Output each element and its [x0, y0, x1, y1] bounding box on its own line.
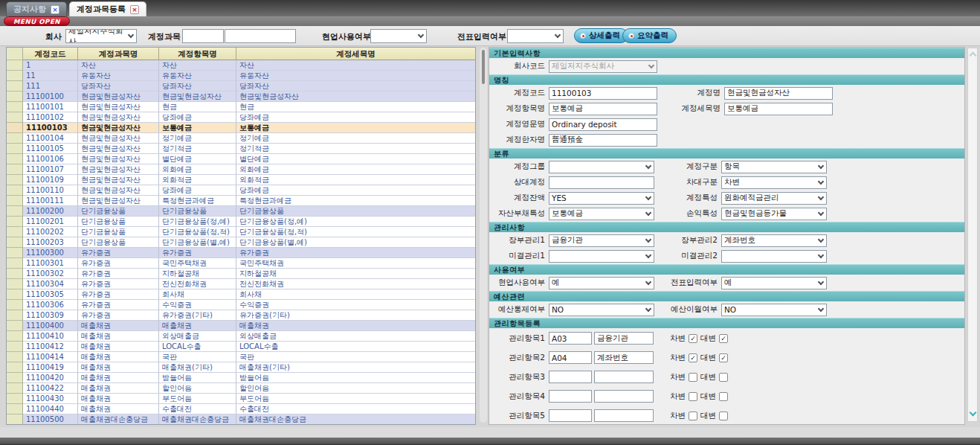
mgmt-item1-name-input[interactable]: 금융기관: [594, 332, 654, 345]
account-code-input[interactable]: [182, 29, 224, 43]
tab-account-registration[interactable]: 계정과목등록 ×: [69, 1, 146, 16]
table-row[interactable]: 11100102현금및현금성자산당좌예금당좌예금: [7, 112, 475, 123]
mgmt-item1-credit-checkbox[interactable]: ✓: [719, 334, 728, 343]
asset-liability-attribute-select[interactable]: 보통예금: [549, 208, 654, 220]
row-selector-cell[interactable]: [7, 289, 23, 300]
row-selector-cell[interactable]: [7, 362, 23, 373]
table-row[interactable]: 11100300유가증권유가증권유가증권: [7, 248, 475, 258]
table-row[interactable]: 11100100현금및현금성자산현금및현금성자산현금및현금성자산: [7, 92, 475, 102]
table-row[interactable]: 11100440매출채권수출대전수출대전: [7, 404, 475, 414]
field-use-filter-select[interactable]: [370, 29, 427, 43]
row-selector-cell[interactable]: [7, 133, 23, 144]
row-selector-cell[interactable]: [7, 342, 23, 352]
table-row[interactable]: 11100202단기금융상품단기금융상품(정,적)단기금융상품(정,적): [7, 227, 475, 237]
tab-close-icon[interactable]: ×: [130, 5, 139, 14]
row-selector-cell[interactable]: [7, 300, 23, 310]
pending-mgmt1-select[interactable]: [549, 250, 654, 263]
row-selector-cell[interactable]: [7, 373, 23, 383]
table-row[interactable]: 11100400매출채권매출채권매출채권: [7, 321, 475, 331]
summary-print-button[interactable]: 요약출력: [622, 28, 677, 43]
mgmt-item5-debit-checkbox[interactable]: [689, 412, 697, 420]
mgmt-item4-code-input[interactable]: [549, 390, 592, 403]
table-row[interactable]: 11유동자산유동자산유동자산: [7, 71, 475, 81]
row-selector-cell[interactable]: [7, 269, 23, 279]
counter-account-input[interactable]: [549, 176, 654, 189]
table-row[interactable]: 11100301유가증권국민주택채권국민주택채권: [7, 258, 475, 269]
table-row[interactable]: 11100304유가증권전신전화채권전신전화채권: [7, 279, 475, 289]
table-row[interactable]: 11100422매출채권할인어음할인어음: [7, 383, 475, 394]
row-selector-cell[interactable]: [7, 144, 23, 154]
table-row[interactable]: 11100103현금및현금성자산보통예금보통예금: [7, 123, 475, 133]
row-selector-cell[interactable]: [7, 394, 23, 404]
row-selector-cell[interactable]: [7, 164, 23, 175]
table-row[interactable]: 11100412매출채권LOCAL수출LOCAL수출: [7, 342, 475, 352]
mgmt-item3-credit-checkbox[interactable]: [719, 373, 728, 382]
account-code-input[interactable]: 11100103: [549, 87, 657, 100]
slip-input-yn-select[interactable]: 예: [721, 277, 827, 289]
account-attribute-select[interactable]: 원화예적금관리: [721, 192, 827, 205]
mgmt-item1-debit-checkbox[interactable]: ✓: [689, 334, 697, 343]
row-selector-cell[interactable]: [7, 102, 23, 112]
account-name-input[interactable]: 현금및현금성자산: [724, 87, 833, 100]
account-english-name-input[interactable]: Ordinary deposit: [549, 118, 657, 131]
row-selector-cell[interactable]: [7, 383, 23, 394]
table-row[interactable]: 11100420매출채권받을어음받을어음: [7, 373, 475, 383]
mgmt-item4-credit-checkbox[interactable]: [719, 392, 728, 401]
table-row[interactable]: 11100203단기금융상품단기금융상품(별,예)단기금융상품(별,예): [7, 237, 475, 248]
row-selector-cell[interactable]: [7, 154, 23, 164]
mgmt-item2-debit-checkbox[interactable]: ✓: [689, 353, 697, 362]
chevron-up-icon[interactable]: [970, 52, 977, 60]
row-selector-cell[interactable]: [7, 331, 23, 342]
table-row[interactable]: 11100106현금및현금성자산별단예금별단예금: [7, 154, 475, 164]
panel-scrollbar[interactable]: [967, 48, 978, 422]
table-row[interactable]: 11100107현금및현금성자산외화예금외화예금: [7, 164, 475, 175]
grid-scrollbar-thumb[interactable]: [482, 50, 485, 84]
row-selector-cell[interactable]: [7, 112, 23, 123]
mgmt-item3-code-input[interactable]: [549, 371, 592, 383]
table-row[interactable]: 11100110현금및현금성자산당좌예금당좌예금: [7, 185, 475, 196]
row-selector-cell[interactable]: [7, 123, 23, 133]
row-selector-cell[interactable]: [7, 217, 23, 227]
mgmt-item5-credit-checkbox[interactable]: [719, 412, 728, 420]
mgmt-item2-credit-checkbox[interactable]: ✓: [719, 353, 728, 362]
row-selector-cell[interactable]: [7, 237, 23, 248]
mgmt-item1-code-input[interactable]: A03: [549, 332, 592, 345]
account-detail-name-input[interactable]: 보통예금: [724, 103, 833, 115]
field-use-yn-select[interactable]: 예: [549, 277, 654, 289]
company-select[interactable]: 제일저지주식회사: [65, 29, 137, 43]
row-selector-cell[interactable]: [7, 206, 23, 217]
table-row[interactable]: 11100104현금및현금성자산정기예금정기예금: [7, 133, 475, 144]
row-selector-cell[interactable]: [7, 248, 23, 258]
mgmt-item5-name-input[interactable]: [594, 409, 654, 422]
row-selector-cell[interactable]: [7, 81, 23, 92]
account-class-select[interactable]: 항목: [721, 161, 827, 173]
budget-control-yn-select[interactable]: NO: [549, 304, 654, 316]
row-selector-cell[interactable]: [7, 71, 23, 81]
menu-open-button[interactable]: MENU OPEN: [4, 16, 70, 26]
grid-scrollbar[interactable]: [480, 48, 487, 423]
row-selector-cell[interactable]: [7, 196, 23, 206]
table-row[interactable]: 11100305유가증권회사채회사채: [7, 289, 475, 300]
detail-print-button[interactable]: 상세출력: [574, 28, 628, 43]
mgmt-item5-code-input[interactable]: [549, 409, 592, 422]
tab-notice[interactable]: 공지사항 ×: [6, 1, 67, 16]
row-selector-cell[interactable]: [7, 352, 23, 362]
tab-close-icon[interactable]: ×: [51, 5, 59, 14]
account-group-select[interactable]: [549, 161, 654, 173]
table-row[interactable]: 11100414매출채권국판국판: [7, 352, 475, 362]
row-selector-cell[interactable]: [7, 414, 23, 425]
slip-input-filter-select[interactable]: [507, 29, 564, 43]
mgmt-item4-name-input[interactable]: [594, 390, 654, 403]
table-row[interactable]: 11100111현금및현금성자산특정현금과예금특정현금과예금: [7, 196, 475, 206]
ledger-mgmt2-select[interactable]: 계좌번호: [721, 234, 827, 247]
ledger-mgmt1-select[interactable]: 금융기관: [549, 234, 654, 247]
mgmt-item3-debit-checkbox[interactable]: [689, 373, 697, 382]
table-row[interactable]: 11100419매출채권매출채권(기타)매출채권(기타): [7, 362, 475, 373]
mgmt-item2-code-input[interactable]: A04: [549, 351, 592, 364]
table-row[interactable]: 111당좌자산당좌자산당좌자산: [7, 81, 475, 92]
row-selector-cell[interactable]: [7, 175, 23, 185]
account-item-name-input[interactable]: 보통예금: [549, 103, 657, 115]
mgmt-item3-name-input[interactable]: [594, 371, 654, 383]
company-code-select[interactable]: 제일저지주식회사: [549, 60, 657, 73]
profit-loss-attribute-select[interactable]: 현금및현금등가물: [721, 208, 827, 220]
